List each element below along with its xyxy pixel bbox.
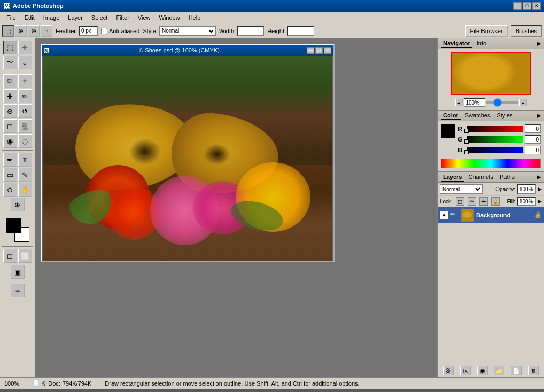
lock-image-pixels[interactable]: ✏ — [468, 197, 476, 206]
lock-position[interactable]: ✛ — [479, 197, 488, 206]
layer-edit-icon[interactable]: ✏ — [450, 211, 459, 219]
swatches-tab[interactable]: Swatches — [463, 112, 493, 120]
add-style-btn[interactable]: fx — [460, 366, 471, 375]
status-zoom: 100% — [4, 380, 19, 387]
b-channel-bar[interactable] — [467, 147, 523, 153]
jump-to-imageready[interactable]: ⇒ — [11, 284, 25, 297]
mode-add[interactable]: ⊕ — [15, 25, 27, 37]
doc-size: 794K/794K — [63, 380, 91, 387]
lock-all[interactable]: 🔒 — [491, 197, 500, 206]
eraser-tool[interactable]: ◻ — [3, 119, 17, 133]
mode-new[interactable]: ⬚ — [2, 25, 14, 37]
background-layer[interactable]: ● ✏ Background 🔒 — [438, 207, 544, 223]
text-tool[interactable]: T — [18, 153, 32, 167]
doc-size-icon: 📄 — [33, 380, 40, 387]
styles-tab[interactable]: Styles — [494, 112, 515, 120]
zoom-in-icon[interactable]: ▸ — [519, 99, 527, 106]
fill-input[interactable] — [517, 197, 536, 206]
height-input[interactable] — [287, 26, 314, 36]
menu-file[interactable]: File — [2, 13, 20, 22]
right-panels: Navigator Info ▶ ◂ ▸ — [437, 38, 544, 377]
channels-tab[interactable]: Channels — [466, 173, 495, 182]
menu-view[interactable]: View — [134, 13, 155, 22]
doc-close[interactable]: ✕ — [324, 47, 331, 54]
menu-filter[interactable]: Filter — [112, 13, 133, 22]
history-brush-tool[interactable]: ↺ — [18, 104, 32, 118]
file-browser-button[interactable]: File Browser — [465, 25, 508, 37]
style-select[interactable]: Normal Fixed Aspect Ratio Fixed Size — [159, 26, 216, 36]
foreground-color-swatch[interactable] — [441, 124, 455, 138]
mode-intersect[interactable]: ∩ — [41, 25, 52, 37]
lock-transparent-pixels[interactable]: ◻ — [456, 197, 464, 206]
pen-tool[interactable]: ✒ — [3, 153, 17, 167]
menu-window[interactable]: Window — [155, 13, 184, 22]
delete-layer-btn[interactable]: 🗑 — [528, 366, 539, 375]
quickmask-mode-btn[interactable]: ⬜ — [18, 249, 32, 263]
opacity-arrow[interactable]: ▶ — [538, 186, 542, 192]
zoom-input[interactable] — [464, 98, 485, 107]
notes-tool[interactable]: ✎ — [18, 168, 32, 182]
navigator-tab[interactable]: Navigator — [441, 40, 472, 48]
brushes-button[interactable]: Brushes — [511, 25, 542, 37]
width-input[interactable] — [237, 26, 264, 36]
fill-arrow[interactable]: ▶ — [538, 199, 542, 204]
dodge-tool[interactable]: ◌ — [18, 134, 32, 148]
mode-subtract[interactable]: ⊖ — [28, 25, 40, 37]
crop-tool[interactable]: ⧉ — [3, 74, 17, 88]
screen-mode-btn[interactable]: ▣ — [11, 265, 25, 279]
spectrum-bar[interactable] — [441, 159, 541, 168]
clone-stamp-tool[interactable]: ⊕ — [3, 104, 17, 118]
blur-tool[interactable]: ◉ — [3, 134, 17, 148]
rectangular-marquee-tool[interactable]: ⬚ — [3, 41, 17, 54]
feather-input[interactable] — [79, 26, 98, 36]
opacity-input[interactable] — [517, 184, 536, 194]
layer-visibility-toggle[interactable]: ● — [440, 211, 448, 219]
create-group-btn[interactable]: 📁 — [494, 366, 504, 375]
shape-tool[interactable]: ▭ — [3, 168, 17, 182]
menu-select[interactable]: Select — [87, 13, 112, 22]
anti-alias-label[interactable]: Anti-aliased — [101, 28, 139, 34]
maximize-button[interactable]: □ — [523, 2, 531, 10]
doc-minimize[interactable]: — — [307, 47, 314, 54]
menu-image[interactable]: Image — [39, 13, 64, 22]
layers-panel: Layers Channels Paths ▶ Normal Dissolve … — [438, 172, 544, 377]
r-channel-bar[interactable] — [467, 126, 523, 132]
doc-restore[interactable]: □ — [315, 47, 323, 54]
eyedropper-tool[interactable]: ⊙ — [3, 183, 17, 197]
color-menu-icon[interactable]: ▶ — [537, 112, 541, 119]
slice-tool[interactable]: ⌗ — [18, 74, 32, 88]
menu-edit[interactable]: Edit — [20, 13, 39, 22]
menu-help[interactable]: Help — [184, 13, 205, 22]
close-button[interactable]: ✕ — [532, 2, 541, 10]
move-tool[interactable]: ✛ — [18, 41, 32, 54]
zoom-tool[interactable]: ⊕ — [11, 198, 25, 211]
canvas-area: 🖼 © Shoes.psd @ 100% (CMYK) — □ ✕ — [35, 38, 437, 377]
layers-menu-icon[interactable]: ▶ — [537, 174, 541, 181]
hand-tool[interactable]: ✋ — [18, 183, 32, 197]
minimize-button[interactable]: — — [513, 2, 522, 10]
g-channel-bar[interactable] — [467, 136, 523, 143]
link-layers-btn[interactable]: ⛓ — [443, 366, 454, 375]
color-tab[interactable]: Color — [441, 112, 461, 120]
paths-tab[interactable]: Paths — [498, 173, 517, 182]
b-value-input[interactable] — [525, 146, 541, 154]
create-layer-btn[interactable]: 📄 — [511, 366, 522, 375]
standard-mode-btn[interactable]: ◻ — [3, 249, 17, 263]
anti-alias-checkbox[interactable] — [101, 28, 107, 34]
layers-tab[interactable]: Layers — [441, 173, 464, 182]
healing-brush-tool[interactable]: ✚ — [3, 89, 17, 103]
brush-tool[interactable]: ✏ — [18, 89, 32, 103]
magic-wand-tool[interactable]: ⁎ — [18, 56, 32, 69]
info-tab[interactable]: Info — [475, 40, 488, 48]
navigator-menu-icon[interactable]: ▶ — [537, 40, 541, 47]
foreground-color[interactable] — [6, 218, 21, 233]
r-value-input[interactable] — [525, 124, 541, 133]
menu-layer[interactable]: Layer — [64, 13, 87, 22]
blend-mode-select[interactable]: Normal Dissolve Multiply Screen Overlay — [440, 184, 483, 194]
zoom-slider[interactable] — [486, 101, 518, 104]
zoom-out-icon[interactable]: ◂ — [455, 99, 463, 106]
add-mask-btn[interactable]: ◉ — [477, 366, 488, 375]
g-value-input[interactable] — [525, 135, 541, 144]
gradient-tool[interactable]: ▒ — [18, 119, 32, 133]
lasso-tool[interactable]: 〜 — [3, 56, 17, 69]
